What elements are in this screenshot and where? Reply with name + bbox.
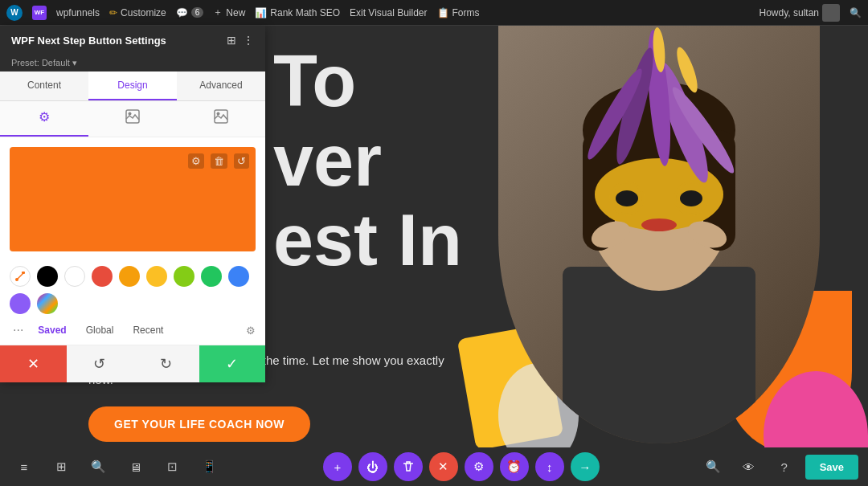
customize-link[interactable]: ✏ Customize	[109, 7, 166, 18]
redo-button[interactable]: ↻	[133, 345, 199, 382]
howdy-label[interactable]: Howdy, sultan	[760, 4, 840, 22]
svg-rect-26	[22, 272, 25, 274]
panel-title: WPF Next Step Button Settings	[11, 35, 166, 47]
eyedropper-tool[interactable]	[10, 266, 31, 287]
bottom-toolbar: ≡ ⊞ 🔍 🖥 ⊡ 📱 + ⏻ ✕ ⚙ ⏰ ↕ → 🔍 👁 ?	[0, 447, 868, 486]
swatch-white[interactable]	[64, 266, 85, 287]
color-preview: ⚙ 🗑 ↺	[10, 147, 256, 251]
color-settings-btn[interactable]: ⚙	[188, 153, 204, 169]
toolbar-desktop-icon[interactable]: 🖥	[121, 452, 149, 481]
settings-panel: WPF Next Step Button Settings ⊞ ⋮ Preset…	[0, 26, 265, 382]
sub-tabs: ⚙	[0, 101, 265, 137]
search-icon[interactable]: 🔍	[850, 7, 862, 18]
toolbar-zoom-icon[interactable]: 🔍	[699, 452, 728, 481]
recent-tab[interactable]: Recent	[125, 322, 171, 338]
toolbar-center: + ⏻ ✕ ⚙ ⏰ ↕ →	[323, 452, 600, 481]
color-tabs-row: ··· Saved Global Recent ⚙	[0, 319, 265, 345]
toolbar-mobile-icon[interactable]: 📱	[194, 452, 223, 481]
rank-math-link[interactable]: 📊 Rank Math SEO	[255, 7, 340, 18]
tab-advanced[interactable]: Advanced	[177, 71, 265, 100]
toolbar-next-btn[interactable]: →	[571, 452, 600, 481]
exit-builder-link[interactable]: Exit Visual Builder	[350, 7, 428, 18]
admin-bar-right: Howdy, sultan 🔍	[760, 4, 862, 22]
panel-more-icon[interactable]: ⋮	[243, 34, 254, 47]
swatch-yellow[interactable]	[146, 266, 167, 287]
panel-tabs: Content Design Advanced	[0, 71, 265, 101]
saved-tab[interactable]: Saved	[30, 322, 74, 338]
toolbar-help-icon[interactable]: ?	[770, 452, 799, 481]
panel-header-icons: ⊞ ⋮	[227, 34, 254, 47]
panel-expand-icon[interactable]: ⊞	[227, 34, 236, 47]
undo-button[interactable]: ↺	[67, 345, 133, 382]
toolbar-timer-btn[interactable]: ⏰	[500, 452, 529, 481]
cancel-button[interactable]: ✕	[0, 345, 67, 382]
panel-header: WPF Next Step Button Settings ⊞ ⋮	[0, 26, 265, 55]
swatch-amber[interactable]	[119, 266, 140, 287]
admin-bar: W WF wpfunnels ✏ Customize 💬 6 ＋ New 📊 R…	[0, 0, 868, 26]
swatch-green[interactable]	[201, 266, 222, 287]
toolbar-right: 🔍 👁 ? Save	[699, 452, 858, 481]
sub-tab-image2[interactable]	[177, 101, 265, 137]
toolbar-tablet-icon[interactable]: ⊡	[158, 452, 186, 481]
cta-button[interactable]: GET YOUR LIFE COACH NOW	[88, 406, 310, 442]
wp-logo[interactable]: W	[6, 5, 23, 21]
color-delete-btn[interactable]: 🗑	[211, 153, 227, 169]
tab-content[interactable]: Content	[0, 71, 88, 100]
site-name[interactable]: wpfunnels	[56, 7, 100, 18]
global-tab[interactable]: Global	[78, 322, 122, 338]
swatch-black[interactable]	[37, 266, 58, 287]
panel-actions: ✕ ↺ ↻ ✓	[0, 345, 265, 382]
forms-link[interactable]: 📋 Forms	[437, 7, 480, 18]
toolbar-menu-icon[interactable]: ≡	[10, 452, 39, 481]
toolbar-reorder-btn[interactable]: ↕	[535, 452, 564, 481]
swatch-purple[interactable]	[10, 293, 31, 314]
svg-point-10	[616, 190, 638, 206]
bg-headline: To ver est In	[273, 42, 462, 280]
toolbar-search-icon[interactable]: 🔍	[84, 452, 113, 481]
svg-point-23	[129, 112, 132, 116]
sub-tab-color[interactable]: ⚙	[0, 101, 88, 137]
tab-design[interactable]: Design	[88, 71, 177, 100]
svg-point-12	[641, 218, 677, 231]
toolbar-settings-btn[interactable]: ⚙	[465, 452, 493, 481]
panel-preset: Preset: Default ▾	[0, 55, 265, 71]
save-button[interactable]: Save	[805, 455, 858, 480]
svg-point-27	[15, 278, 18, 281]
sub-tab-image1[interactable]	[88, 101, 177, 137]
toolbar-power-btn[interactable]: ⏻	[358, 452, 387, 481]
wpf-logo[interactable]: WF	[32, 6, 47, 20]
toolbar-close-btn[interactable]: ✕	[429, 452, 458, 481]
toolbar-eye-icon[interactable]: 👁	[735, 452, 764, 481]
color-tab-settings[interactable]: ⚙	[246, 325, 256, 337]
swatch-blue[interactable]	[228, 266, 249, 287]
svg-rect-0	[563, 267, 755, 443]
comments-link[interactable]: 💬 6	[176, 7, 204, 18]
swatch-custom[interactable]	[37, 293, 58, 314]
toolbar-grid-icon[interactable]: ⊞	[47, 452, 76, 481]
confirm-button[interactable]: ✓	[199, 345, 266, 382]
color-preview-actions: ⚙ 🗑 ↺	[188, 153, 249, 169]
color-swatches	[0, 261, 265, 319]
more-swatches[interactable]: ···	[10, 323, 27, 337]
new-link[interactable]: ＋ New	[213, 6, 245, 19]
toolbar-left: ≡ ⊞ 🔍 🖥 ⊡ 📱	[10, 452, 223, 481]
swatch-red[interactable]	[92, 266, 113, 287]
svg-point-11	[680, 190, 702, 206]
svg-point-25	[217, 112, 220, 116]
toolbar-add-btn[interactable]: +	[323, 452, 352, 481]
color-reset-btn[interactable]: ↺	[234, 153, 249, 169]
hero-image	[498, 26, 820, 443]
toolbar-delete-btn[interactable]	[394, 452, 423, 481]
main-area: To ver est In	[0, 26, 868, 486]
swatch-lime[interactable]	[174, 266, 194, 287]
